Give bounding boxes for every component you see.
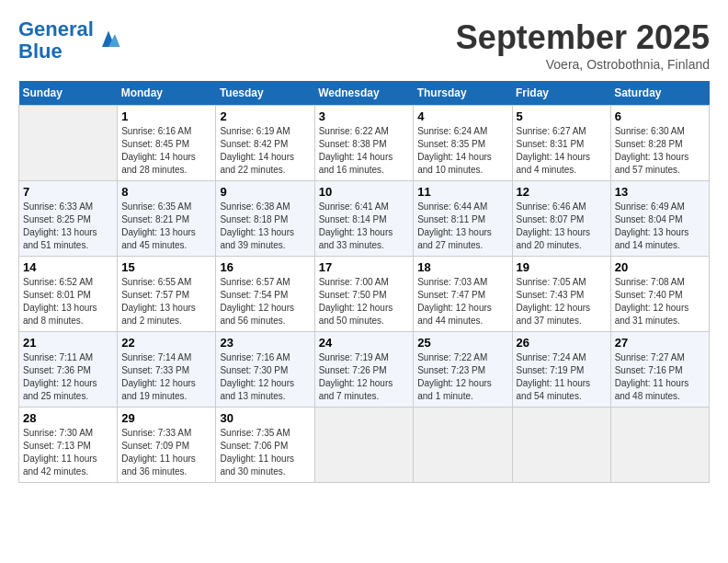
weekday-header-tuesday: Tuesday (216, 81, 314, 106)
calendar-cell (314, 408, 414, 483)
day-number: 4 (417, 109, 507, 123)
day-number: 11 (417, 185, 507, 199)
day-number: 1 (121, 109, 211, 123)
month-title: September 2025 (456, 18, 710, 57)
calendar-cell: 20Sunrise: 7:08 AM Sunset: 7:40 PM Dayli… (610, 257, 709, 332)
calendar-cell: 24Sunrise: 7:19 AM Sunset: 7:26 PM Dayli… (314, 332, 414, 408)
weekday-header-row: SundayMondayTuesdayWednesdayThursdayFrid… (19, 81, 710, 106)
calendar-cell: 6Sunrise: 6:30 AM Sunset: 8:28 PM Daylig… (610, 106, 709, 181)
day-info: Sunrise: 6:41 AM Sunset: 8:14 PM Dayligh… (319, 201, 410, 252)
calendar-cell (414, 408, 512, 483)
day-number: 16 (220, 260, 310, 274)
calendar-cell: 18Sunrise: 7:03 AM Sunset: 7:47 PM Dayli… (414, 257, 512, 332)
calendar-cell: 27Sunrise: 7:27 AM Sunset: 7:16 PM Dayli… (610, 332, 709, 408)
weekday-header-sunday: Sunday (19, 81, 118, 106)
day-number: 15 (121, 260, 211, 274)
day-number: 9 (220, 185, 310, 199)
day-info: Sunrise: 6:27 AM Sunset: 8:31 PM Dayligh… (517, 125, 607, 177)
calendar-cell: 28Sunrise: 7:30 AM Sunset: 7:13 PM Dayli… (19, 408, 118, 483)
week-row-1: 1Sunrise: 6:16 AM Sunset: 8:45 PM Daylig… (19, 106, 710, 181)
calendar-cell: 5Sunrise: 6:27 AM Sunset: 8:31 PM Daylig… (512, 106, 610, 181)
day-info: Sunrise: 7:24 AM Sunset: 7:19 PM Dayligh… (517, 351, 607, 403)
weekday-header-thursday: Thursday (414, 81, 512, 106)
logo: General Blue (18, 18, 121, 63)
calendar-cell: 22Sunrise: 7:14 AM Sunset: 7:33 PM Dayli… (118, 332, 216, 408)
calendar-cell: 4Sunrise: 6:24 AM Sunset: 8:35 PM Daylig… (414, 106, 512, 181)
day-number: 28 (23, 411, 113, 425)
day-info: Sunrise: 7:00 AM Sunset: 7:50 PM Dayligh… (319, 276, 410, 327)
day-info: Sunrise: 7:14 AM Sunset: 7:33 PM Dayligh… (121, 351, 211, 403)
day-info: Sunrise: 7:03 AM Sunset: 7:47 PM Dayligh… (417, 276, 507, 327)
day-info: Sunrise: 7:16 AM Sunset: 7:30 PM Dayligh… (220, 351, 310, 403)
calendar-cell: 3Sunrise: 6:22 AM Sunset: 8:38 PM Daylig… (314, 106, 414, 181)
day-info: Sunrise: 6:52 AM Sunset: 8:01 PM Dayligh… (23, 276, 113, 327)
logo-text: General Blue (18, 18, 94, 63)
calendar-cell (610, 408, 709, 483)
calendar-cell: 13Sunrise: 6:49 AM Sunset: 8:04 PM Dayli… (610, 181, 709, 257)
calendar-cell: 25Sunrise: 7:22 AM Sunset: 7:23 PM Dayli… (414, 332, 512, 408)
calendar-cell: 8Sunrise: 6:35 AM Sunset: 8:21 PM Daylig… (118, 181, 216, 257)
day-number: 20 (615, 260, 705, 274)
day-number: 10 (319, 185, 410, 199)
weekday-header-friday: Friday (512, 81, 610, 106)
day-info: Sunrise: 7:30 AM Sunset: 7:13 PM Dayligh… (23, 427, 113, 478)
day-number: 21 (23, 336, 113, 350)
calendar-cell: 30Sunrise: 7:35 AM Sunset: 7:06 PM Dayli… (216, 408, 314, 483)
day-number: 27 (615, 336, 705, 350)
day-info: Sunrise: 6:46 AM Sunset: 8:07 PM Dayligh… (517, 201, 607, 252)
calendar-cell: 7Sunrise: 6:33 AM Sunset: 8:25 PM Daylig… (19, 181, 118, 257)
week-row-4: 21Sunrise: 7:11 AM Sunset: 7:36 PM Dayli… (19, 332, 710, 408)
calendar-cell: 16Sunrise: 6:57 AM Sunset: 7:54 PM Dayli… (216, 257, 314, 332)
day-info: Sunrise: 7:11 AM Sunset: 7:36 PM Dayligh… (23, 351, 113, 403)
calendar-cell: 2Sunrise: 6:19 AM Sunset: 8:42 PM Daylig… (216, 106, 314, 181)
calendar-cell: 17Sunrise: 7:00 AM Sunset: 7:50 PM Dayli… (314, 257, 414, 332)
calendar-cell: 14Sunrise: 6:52 AM Sunset: 8:01 PM Dayli… (19, 257, 118, 332)
day-info: Sunrise: 6:38 AM Sunset: 8:18 PM Dayligh… (220, 201, 310, 252)
weekday-header-monday: Monday (118, 81, 216, 106)
day-info: Sunrise: 7:35 AM Sunset: 7:06 PM Dayligh… (220, 427, 310, 478)
calendar-cell: 12Sunrise: 6:46 AM Sunset: 8:07 PM Dayli… (512, 181, 610, 257)
calendar-cell (19, 106, 118, 181)
day-number: 3 (319, 109, 410, 123)
day-info: Sunrise: 6:22 AM Sunset: 8:38 PM Dayligh… (319, 125, 410, 177)
day-info: Sunrise: 7:05 AM Sunset: 7:43 PM Dayligh… (517, 276, 607, 327)
day-number: 24 (319, 336, 410, 350)
calendar-cell: 19Sunrise: 7:05 AM Sunset: 7:43 PM Dayli… (512, 257, 610, 332)
location-subtitle: Voera, Ostrobothnia, Finland (456, 57, 710, 72)
day-info: Sunrise: 7:33 AM Sunset: 7:09 PM Dayligh… (121, 427, 211, 478)
week-row-5: 28Sunrise: 7:30 AM Sunset: 7:13 PM Dayli… (19, 408, 710, 483)
day-number: 14 (23, 260, 113, 274)
calendar-cell: 26Sunrise: 7:24 AM Sunset: 7:19 PM Dayli… (512, 332, 610, 408)
week-row-3: 14Sunrise: 6:52 AM Sunset: 8:01 PM Dayli… (19, 257, 710, 332)
day-info: Sunrise: 6:55 AM Sunset: 7:57 PM Dayligh… (121, 276, 211, 327)
day-number: 6 (615, 109, 705, 123)
title-block: September 2025 Voera, Ostrobothnia, Finl… (456, 18, 710, 72)
calendar-cell: 21Sunrise: 7:11 AM Sunset: 7:36 PM Dayli… (19, 332, 118, 408)
day-info: Sunrise: 6:19 AM Sunset: 8:42 PM Dayligh… (220, 125, 310, 177)
weekday-header-saturday: Saturday (610, 81, 709, 106)
day-info: Sunrise: 7:22 AM Sunset: 7:23 PM Dayligh… (417, 351, 507, 403)
logo-icon (96, 28, 121, 53)
day-number: 17 (319, 260, 410, 274)
day-number: 25 (417, 336, 507, 350)
calendar-cell: 1Sunrise: 6:16 AM Sunset: 8:45 PM Daylig… (118, 106, 216, 181)
week-row-2: 7Sunrise: 6:33 AM Sunset: 8:25 PM Daylig… (19, 181, 710, 257)
day-info: Sunrise: 6:44 AM Sunset: 8:11 PM Dayligh… (417, 201, 507, 252)
day-number: 12 (517, 185, 607, 199)
calendar-cell: 23Sunrise: 7:16 AM Sunset: 7:30 PM Dayli… (216, 332, 314, 408)
weekday-header-wednesday: Wednesday (314, 81, 414, 106)
day-info: Sunrise: 6:35 AM Sunset: 8:21 PM Dayligh… (121, 201, 211, 252)
day-info: Sunrise: 7:08 AM Sunset: 7:40 PM Dayligh… (615, 276, 705, 327)
day-number: 13 (615, 185, 705, 199)
day-info: Sunrise: 6:30 AM Sunset: 8:28 PM Dayligh… (615, 125, 705, 177)
day-info: Sunrise: 6:49 AM Sunset: 8:04 PM Dayligh… (615, 201, 705, 252)
calendar-cell: 9Sunrise: 6:38 AM Sunset: 8:18 PM Daylig… (216, 181, 314, 257)
day-number: 8 (121, 185, 211, 199)
day-number: 2 (220, 109, 310, 123)
calendar-cell: 11Sunrise: 6:44 AM Sunset: 8:11 PM Dayli… (414, 181, 512, 257)
day-info: Sunrise: 6:16 AM Sunset: 8:45 PM Dayligh… (121, 125, 211, 177)
calendar-cell: 10Sunrise: 6:41 AM Sunset: 8:14 PM Dayli… (314, 181, 414, 257)
page-header: General Blue September 2025 Voera, Ostro… (18, 18, 710, 72)
day-number: 29 (121, 411, 211, 425)
day-info: Sunrise: 7:27 AM Sunset: 7:16 PM Dayligh… (615, 351, 705, 403)
